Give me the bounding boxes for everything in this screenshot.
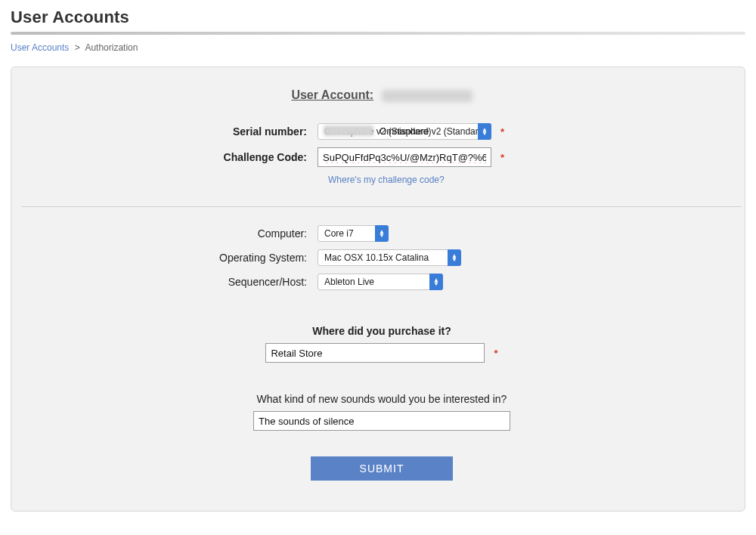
sequencer-host-label: Sequencer/Host: <box>19 276 318 288</box>
computer-label: Computer: <box>19 227 318 240</box>
challenge-code-label: Challenge Code: <box>19 151 318 163</box>
breadcrumb-root-link[interactable]: User Accounts <box>11 42 69 53</box>
purchase-input[interactable] <box>265 343 485 363</box>
user-account-name-redacted <box>382 90 472 102</box>
breadcrumb: User Accounts > Authorization <box>11 42 745 53</box>
breadcrumb-current: Authorization <box>85 42 138 53</box>
sequencer-host-select[interactable]: Ableton Live <box>318 274 443 290</box>
page-title: User Accounts <box>11 8 745 27</box>
title-rule <box>11 32 745 35</box>
challenge-code-input[interactable] <box>318 147 491 167</box>
computer-select[interactable]: Core i7 <box>318 225 389 242</box>
challenge-required-mark: * <box>500 152 504 163</box>
serial-number-label: Serial number: <box>19 125 318 138</box>
user-account-header: User Account: <box>19 88 745 102</box>
serial-required-mark: * <box>500 126 504 138</box>
operating-system-label: Operating System: <box>19 252 318 264</box>
operating-system-select[interactable]: Mac OSX 10.15x Catalina <box>318 249 461 266</box>
challenge-code-help-link[interactable]: Where's my challenge code? <box>328 175 445 185</box>
breadcrumb-separator: > <box>75 42 80 53</box>
sounds-input[interactable] <box>253 411 510 431</box>
purchase-required-mark: * <box>494 348 497 359</box>
authorization-panel: User Account: Serial number: Omnisphere … <box>11 66 745 512</box>
serial-number-select[interactable]: Omnisphere v2 (Standard) <box>318 123 491 140</box>
section-divider <box>22 206 742 207</box>
user-account-label: User Account: <box>291 88 373 101</box>
submit-button[interactable]: SUBMIT <box>311 456 453 481</box>
purchase-question-label: Where did you purchase it? <box>19 325 745 337</box>
sounds-question-label: What kind of new sounds would you be int… <box>19 393 745 405</box>
